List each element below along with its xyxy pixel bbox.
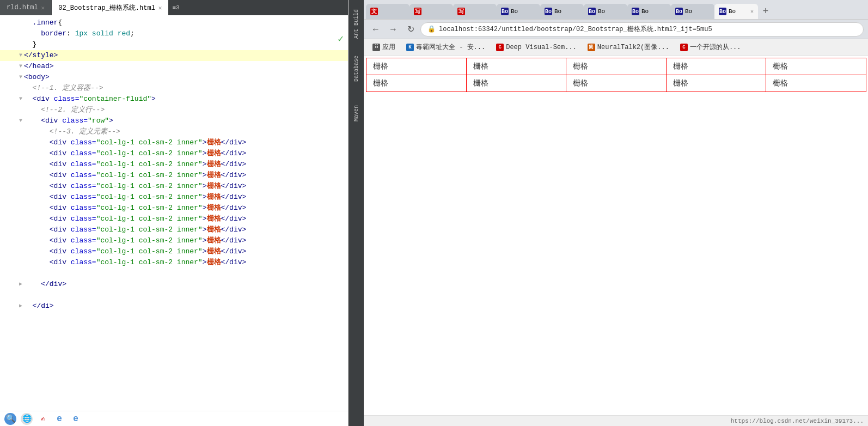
grid-cell: 栅格 [466, 75, 567, 92]
bookmark-neuraltalk[interactable]: 简 NeuralTalk2(图像... [583, 41, 674, 53]
browser-panel: 文 写 写 Bo Bo Bo Bo Bo Bo Bo Bo Bo Bo Bo [364, 0, 868, 426]
edit-icon[interactable]: ✍ [37, 413, 49, 425]
maven-label: Maven [353, 105, 359, 121]
browser-icon[interactable]: 🌐 [21, 413, 33, 425]
bookmark-opensource[interactable]: C 一个开源的从... [676, 41, 745, 53]
tab-title-bo6: Bo [729, 8, 748, 15]
code-line: .inner{ [0, 17, 348, 28]
bookmarks-bar: ⠿ 应用 K 毒霸网址大全 - 安... C Deep Visual-Sem..… [364, 39, 868, 56]
tab-favicon-bo5: Bo [675, 8, 683, 15]
back-button[interactable]: ← [368, 22, 383, 37]
code-line: <div class="col-lg-1 col-sm-2 inner">栅格<… [0, 148, 348, 159]
browser-tab-xie1[interactable]: 写 [409, 4, 453, 19]
browser-tab-bo3[interactable]: Bo Bo [584, 4, 627, 19]
database-label: Database [353, 56, 359, 82]
code-line: <!--1. 定义容器--> [0, 83, 348, 94]
ant-build-label: Ant Build [353, 9, 359, 39]
code-line: <div class="col-lg-1 col-sm-2 inner">栅格<… [0, 181, 348, 192]
code-line-style: ▼ </style> [0, 50, 348, 61]
code-line: <!--3. 定义元素--> [0, 126, 348, 137]
browser-tab-bo1[interactable]: Bo Bo [497, 4, 540, 19]
sidebar-ant-build[interactable]: Ant Build [350, 2, 363, 46]
tab1-close[interactable]: ✕ [41, 4, 45, 11]
grid-cell: 栅格 [766, 75, 866, 92]
editor-tab-2[interactable]: 02_Bootstrap_栅格系统.html ✕ [52, 0, 169, 15]
browser-tab-bo2[interactable]: Bo Bo [540, 4, 584, 19]
url-bar[interactable]: 🔒 localhost:63342/untitled/bootstrap/02_… [420, 22, 864, 36]
code-line: } [0, 39, 348, 50]
tab-favicon-bo2: Bo [545, 8, 552, 15]
code-line: border: 1px solid red; [0, 28, 348, 39]
bookmark-duba[interactable]: K 毒霸网址大全 - 安... [402, 41, 490, 53]
grid-cell: 栅格 [466, 58, 567, 75]
sidebar-database[interactable]: Database [350, 47, 363, 90]
icon-e1[interactable]: e [53, 413, 65, 425]
editor-bottom-icons: 🔍 🌐 ✍ e e [0, 411, 348, 426]
tab-title-bo1: Bo [511, 8, 536, 15]
code-line: <div class="col-lg-1 col-sm-2 inner">栅格<… [0, 235, 348, 246]
grid-cell: 栅格 [366, 58, 467, 75]
editor-right-sidebar: Ant Build Database Maven [349, 0, 364, 426]
code-line: <div class="col-lg-1 col-sm-2 inner">栅格<… [0, 246, 348, 257]
grid-cell: 栅格 [666, 75, 767, 92]
opensource-icon: C [680, 44, 688, 51]
bookmark-opensource-label: 一个开源的从... [690, 42, 741, 52]
browser-tab-xie2[interactable]: 写 [453, 4, 497, 19]
grid-cell: 栅格 [666, 58, 767, 75]
url-text: localhost:63342/untitled/bootstrap/02_Bo… [439, 25, 857, 34]
new-tab-button[interactable]: + [758, 4, 773, 19]
tab-title-bo3: Bo [598, 8, 623, 15]
code-line: <div class="col-lg-1 col-sm-2 inner">栅格<… [0, 192, 348, 203]
forward-button[interactable]: → [386, 22, 401, 37]
code-line [0, 268, 348, 279]
tab2-label: 02_Bootstrap_栅格系统.html [58, 3, 155, 13]
code-line [0, 290, 348, 301]
tab-overflow[interactable]: ≡3 [169, 4, 182, 11]
code-line: <div class="col-lg-1 col-sm-2 inner">栅格<… [0, 137, 348, 148]
reload-button[interactable]: ↻ [403, 22, 418, 37]
checkmark-icon: ✓ [338, 33, 344, 45]
code-line: <div class="col-lg-1 col-sm-2 inner">栅格<… [0, 257, 348, 268]
browser-tab-bo4[interactable]: Bo Bo [627, 4, 671, 19]
tab-favicon-bo3: Bo [588, 8, 596, 15]
tab2-close[interactable]: ✕ [158, 4, 162, 11]
grid-cell: 栅格 [566, 58, 667, 75]
search-icon[interactable]: 🔍 [4, 413, 16, 425]
tab1-label: rld.html [7, 4, 38, 11]
neuraltalk-icon: 简 [588, 44, 595, 51]
tab-close-bo6[interactable]: ✕ [750, 8, 754, 15]
bookmark-apps-label: 应用 [382, 42, 395, 52]
editor-tabs-bar: rld.html ✕ 02_Bootstrap_栅格系统.html ✕ ≡3 [0, 0, 348, 15]
browser-tab-bo6[interactable]: Bo Bo ✕ [714, 4, 758, 19]
bookmark-deep-visual[interactable]: C Deep Visual-Sem... [492, 42, 581, 52]
code-line: <!--2. 定义行--> [0, 105, 348, 115]
tab-favicon-bo4: Bo [632, 8, 639, 15]
browser-tabs-bar: 文 写 写 Bo Bo Bo Bo Bo Bo Bo Bo Bo Bo Bo [364, 0, 868, 20]
tab-title-bo4: Bo [641, 8, 667, 15]
grid-row-2: 栅格 栅格 栅格 栅格 栅格 [366, 75, 866, 92]
code-line: ▼ <div class="row"> [0, 115, 348, 126]
code-line: ▼ </head> [0, 61, 348, 72]
browser-content: 栅格 栅格 栅格 栅格 栅格 栅格 栅格 栅格 栅格 栅格 [364, 56, 868, 415]
status-text: https://blog.csdn.net/weixin_39173... [731, 418, 864, 424]
bookmark-duba-label: 毒霸网址大全 - 安... [416, 42, 485, 52]
code-line: ▶ </div> [0, 279, 348, 290]
lock-icon: 🔒 [427, 25, 436, 33]
code-line: <div class="col-lg-1 col-sm-2 inner">栅格<… [0, 159, 348, 170]
tab-favicon-xie2: 写 [457, 8, 465, 15]
grid-demo: 栅格 栅格 栅格 栅格 栅格 栅格 栅格 栅格 栅格 栅格 [364, 56, 868, 94]
browser-tab-bo5[interactable]: Bo Bo [671, 4, 714, 19]
editor-tab-1[interactable]: rld.html ✕ [0, 0, 52, 15]
editor-panel: rld.html ✕ 02_Bootstrap_栅格系统.html ✕ ≡3 ✓… [0, 0, 349, 426]
sidebar-maven[interactable]: Maven [350, 92, 363, 135]
bookmark-apps[interactable]: ⠿ 应用 [368, 41, 400, 53]
duba-icon: K [406, 44, 414, 51]
tab-title-bo2: Bo [554, 8, 579, 15]
browser-toolbar: ← → ↻ 🔒 localhost:63342/untitled/bootstr… [364, 20, 868, 39]
browser-tab-wen1[interactable]: 文 [366, 4, 409, 19]
icon-e2[interactable]: e [70, 413, 82, 425]
code-line: ▼ <div class="container-fluid"> [0, 94, 348, 105]
grid-row-1: 栅格 栅格 栅格 栅格 栅格 [366, 58, 866, 75]
code-line: <div class="col-lg-1 col-sm-2 inner">栅格<… [0, 224, 348, 235]
grid-cell: 栅格 [366, 75, 467, 92]
